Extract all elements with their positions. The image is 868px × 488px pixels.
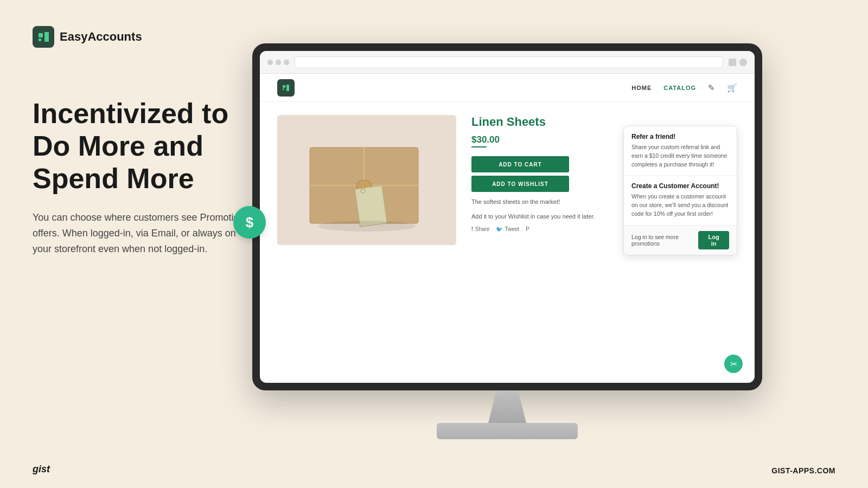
monitor-screen: HOME CATALOG ✎ 🛒 bbox=[260, 51, 755, 383]
popup-section-refer: Refer a friend! Share your custom referr… bbox=[624, 126, 737, 176]
product-image bbox=[277, 115, 456, 245]
svg-line-8 bbox=[363, 185, 363, 189]
share-twitter[interactable]: 🐦 Tweet bbox=[496, 226, 519, 232]
price-underline bbox=[471, 146, 487, 147]
monitor-stand-base bbox=[437, 423, 578, 439]
monitor: HOME CATALOG ✎ 🛒 bbox=[252, 43, 762, 390]
dollar-circle-icon: $ bbox=[233, 206, 266, 239]
address-bar[interactable] bbox=[295, 56, 723, 68]
svg-point-9 bbox=[318, 221, 416, 232]
dot-red bbox=[267, 60, 273, 65]
browser-dots bbox=[267, 60, 289, 65]
log-in-button[interactable]: Log in bbox=[698, 231, 729, 249]
twitter-icon: 🐦 bbox=[496, 226, 502, 232]
store-nav-right: HOME CATALOG ✎ 🛒 bbox=[631, 83, 737, 93]
monitor-stand-neck bbox=[480, 390, 534, 423]
popup-account-title: Create a Customer Account! bbox=[631, 182, 729, 190]
dot-yellow bbox=[276, 60, 281, 65]
popup-section-account: Create a Customer Account! When you crea… bbox=[624, 176, 737, 225]
bottom-brand-right: GIST-APPS.COM bbox=[771, 466, 835, 475]
store-page: HOME CATALOG ✎ 🛒 bbox=[260, 74, 755, 383]
brand-logo-icon bbox=[33, 26, 54, 48]
sub-text: You can choose where customers see Promo… bbox=[33, 210, 250, 256]
brand-name: EasyAccounts bbox=[60, 30, 142, 44]
browser-controls bbox=[729, 59, 747, 66]
popup-footer-text: Log in to see more promotions bbox=[631, 234, 698, 247]
add-to-wishlist-button[interactable]: ADD TO WISHLIST bbox=[471, 176, 569, 192]
nav-home[interactable]: HOME bbox=[631, 85, 652, 91]
product-area: Linen Sheets $30.00 ADD TO CART ADD TO W… bbox=[260, 102, 755, 383]
cart-icon[interactable]: 🛒 bbox=[727, 83, 737, 93]
product-info: Linen Sheets $30.00 ADD TO CART ADD TO W… bbox=[471, 115, 737, 370]
nav-catalog[interactable]: CATALOG bbox=[663, 85, 696, 91]
top-brand: EasyAccounts bbox=[33, 26, 142, 48]
browser-ctrl-1 bbox=[729, 59, 736, 66]
dollar-sign: $ bbox=[246, 214, 253, 231]
pinterest-icon: P bbox=[526, 226, 529, 232]
user-icon[interactable]: ✎ bbox=[708, 83, 715, 93]
svg-rect-6 bbox=[355, 185, 387, 227]
store-nav: HOME CATALOG ✎ 🛒 bbox=[260, 74, 755, 102]
popup-card: Refer a friend! Share your custom referr… bbox=[623, 126, 737, 255]
share-facebook[interactable]: f Share bbox=[471, 226, 489, 232]
popup-footer: Log in to see more promotions Log in bbox=[624, 226, 737, 255]
main-headline: Incentivized to Do More and Spend More bbox=[33, 98, 250, 195]
monitor-wrapper: HOME CATALOG ✎ 🛒 bbox=[252, 43, 762, 439]
facebook-icon: f bbox=[471, 226, 473, 232]
popup-refer-title: Refer a friend! bbox=[631, 133, 729, 140]
coupon-circle-icon[interactable]: ✂ bbox=[724, 355, 743, 373]
bottom-brand-left: gist bbox=[33, 464, 50, 475]
dot-green bbox=[284, 60, 289, 65]
browser-bar bbox=[260, 51, 755, 74]
add-to-cart-button[interactable]: ADD TO CART bbox=[471, 156, 569, 172]
store-logo-icon bbox=[277, 79, 295, 97]
left-content: Incentivized to Do More and Spend More Y… bbox=[33, 98, 250, 257]
popup-account-body: When you create a customer account on ou… bbox=[631, 192, 729, 218]
browser-ctrl-2 bbox=[739, 59, 747, 66]
share-pinterest[interactable]: P bbox=[526, 226, 529, 232]
package-visual bbox=[277, 115, 456, 245]
popup-refer-body: Share your custom referral link and earn… bbox=[631, 143, 729, 169]
coupon-icon: ✂ bbox=[730, 359, 737, 369]
